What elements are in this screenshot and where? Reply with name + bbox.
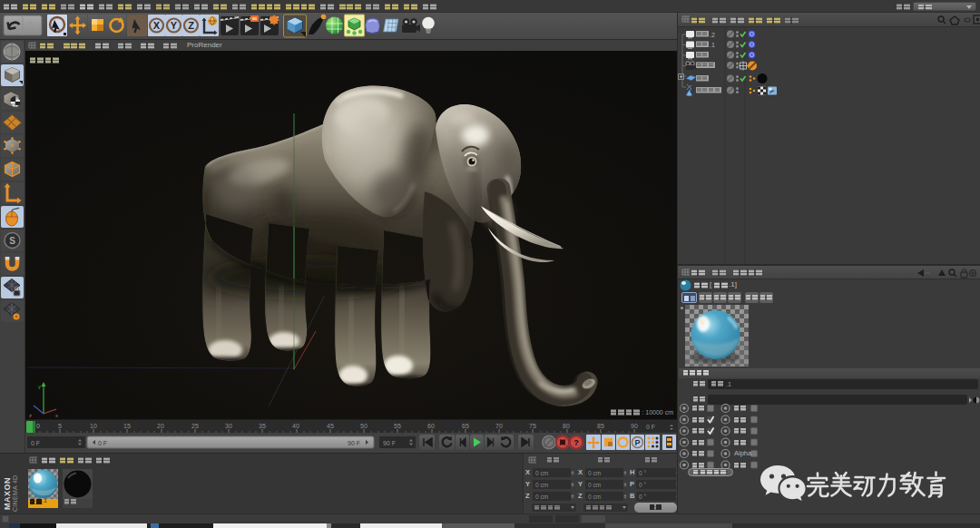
- svg-text:P: P: [634, 438, 640, 447]
- svg-text:H: H: [630, 468, 634, 476]
- svg-text:?: ?: [573, 438, 579, 447]
- svg-text:80: 80: [563, 423, 570, 429]
- svg-text:90: 90: [631, 423, 638, 429]
- svg-text:0 cm: 0 cm: [535, 494, 548, 500]
- svg-text:35: 35: [259, 423, 266, 429]
- svg-text:65: 65: [462, 423, 469, 429]
- svg-text:0: 0: [36, 423, 40, 429]
- svg-text:Y: Y: [525, 480, 530, 488]
- svg-text:P: P: [630, 480, 634, 488]
- svg-text:85: 85: [597, 423, 604, 429]
- svg-text:20: 20: [157, 423, 164, 429]
- svg-text:0 cm: 0 cm: [588, 482, 601, 488]
- svg-text:10: 10: [90, 423, 97, 429]
- svg-text:Y: Y: [171, 20, 178, 31]
- svg-text:90 F: 90 F: [383, 440, 396, 446]
- svg-text:45: 45: [327, 423, 334, 429]
- svg-text:75: 75: [529, 423, 536, 429]
- svg-text:Z: Z: [578, 492, 583, 500]
- svg-text:90 F: 90 F: [348, 440, 360, 446]
- svg-text:0 °: 0 °: [639, 470, 646, 476]
- svg-text:0 cm: 0 cm: [535, 470, 548, 476]
- svg-text:0 °: 0 °: [639, 482, 646, 488]
- svg-text:0 F: 0 F: [98, 440, 107, 446]
- svg-text:50: 50: [360, 423, 368, 429]
- svg-text:x: x: [55, 413, 58, 418]
- svg-text:60: 60: [427, 423, 435, 429]
- svg-text:0 cm: 0 cm: [588, 470, 601, 476]
- svg-text:0 F: 0 F: [31, 440, 40, 446]
- svg-text:.2: .2: [710, 32, 715, 38]
- svg-text:B: B: [630, 492, 635, 500]
- svg-text:40: 40: [292, 423, 299, 429]
- svg-text:55: 55: [394, 423, 401, 429]
- svg-text:0 cm: 0 cm: [535, 482, 548, 488]
- svg-text:70: 70: [495, 423, 503, 429]
- svg-text:Z: Z: [525, 492, 530, 500]
- svg-text:X: X: [578, 468, 583, 476]
- svg-text:0 °: 0 °: [639, 494, 646, 500]
- svg-text:0 F: 0 F: [646, 424, 655, 430]
- svg-text:z: z: [29, 413, 32, 418]
- svg-text:S: S: [9, 236, 15, 246]
- svg-text:.1: .1: [710, 42, 715, 48]
- svg-text:25: 25: [191, 423, 199, 429]
- svg-text:5: 5: [58, 423, 62, 429]
- svg-text:0 cm: 0 cm: [588, 494, 601, 500]
- svg-text:X: X: [153, 20, 161, 31]
- svg-text:Y: Y: [578, 480, 583, 488]
- svg-text:Z: Z: [188, 20, 194, 31]
- svg-text:y: y: [38, 384, 41, 389]
- svg-text:15: 15: [123, 423, 131, 429]
- svg-text:X: X: [525, 468, 530, 476]
- svg-text:30: 30: [225, 423, 232, 429]
